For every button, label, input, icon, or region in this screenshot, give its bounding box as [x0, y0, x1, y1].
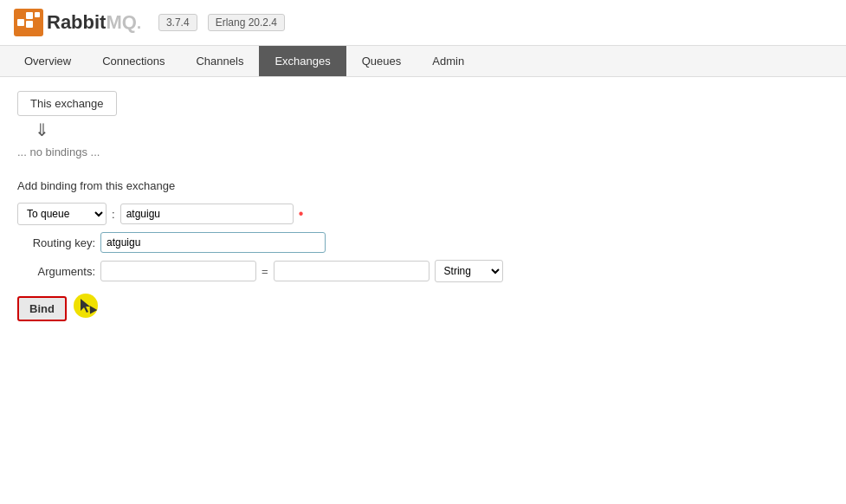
svg-rect-3 [26, 21, 33, 28]
arguments-row: Arguments: = String Integer Boolean [17, 260, 829, 282]
required-indicator: • [299, 207, 304, 221]
nav-exchanges[interactable]: Exchanges [259, 46, 346, 76]
this-exchange-box: This exchange [17, 91, 117, 116]
arguments-label: Arguments: [17, 265, 95, 278]
nav-admin[interactable]: Admin [417, 46, 480, 76]
argument-type-select[interactable]: String Integer Boolean [435, 260, 503, 282]
logo-rabbit-text: RabbitMQ. [47, 11, 141, 34]
svg-rect-2 [26, 12, 33, 19]
rabbitmq-logo-icon [14, 9, 43, 36]
no-bindings-text: ... no bindings ... [17, 145, 829, 158]
nav-channels[interactable]: Channels [180, 46, 259, 76]
main-content: This exchange ⇓ ... no bindings ... Add … [0, 77, 846, 335]
erlang-badge: Erlang 20.2.4 [208, 14, 285, 31]
svg-rect-1 [17, 19, 24, 26]
binding-diagram: This exchange ⇓ ... no bindings ... [17, 91, 829, 158]
argument-key-input[interactable] [100, 261, 256, 281]
nav-connections[interactable]: Connections [87, 46, 180, 76]
main-nav: Overview Connections Channels Exchanges … [0, 46, 846, 77]
bind-button[interactable]: Bind [17, 296, 67, 321]
routing-key-row: Routing key: [17, 232, 829, 253]
add-binding-title: Add binding from this exchange [17, 179, 829, 192]
version-badge: 3.7.4 [158, 14, 197, 31]
bind-button-row: Bind [17, 289, 829, 321]
routing-key-input[interactable] [100, 232, 326, 253]
add-binding-section: Add binding from this exchange To queue … [17, 179, 829, 321]
equals-sign: = [262, 265, 268, 278]
svg-rect-4 [35, 12, 40, 17]
arrow-down: ⇓ [35, 120, 829, 140]
header: RabbitMQ. 3.7.4 Erlang 20.2.4 [0, 0, 846, 46]
argument-value-input[interactable] [274, 261, 429, 281]
destination-row: To queue To exchange : • [17, 203, 829, 225]
logo: RabbitMQ. [14, 9, 141, 36]
destination-input[interactable] [120, 204, 294, 224]
cursor-indicator [74, 294, 98, 318]
colon-separator: : [112, 208, 115, 221]
nav-queues[interactable]: Queues [346, 46, 417, 76]
routing-key-label: Routing key: [17, 236, 95, 249]
svg-marker-5 [81, 299, 90, 313]
nav-overview[interactable]: Overview [9, 46, 87, 76]
destination-type-select[interactable]: To queue To exchange [17, 203, 107, 225]
cursor-arrow-icon [74, 294, 98, 318]
